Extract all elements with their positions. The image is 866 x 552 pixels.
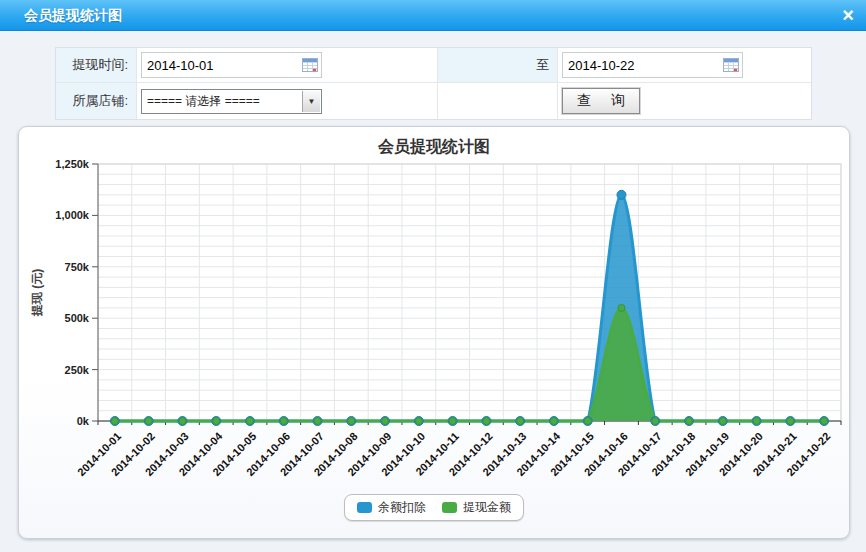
member-withdraw-stats-dialog: 会员提现统计图 × 提现时间: <box>0 0 866 552</box>
legend-item-balance-deduction[interactable]: 余额扣除 <box>357 499 426 516</box>
query-button[interactable]: 查 询 <box>562 88 640 114</box>
shop-select[interactable]: ===== 请选择 ===== ▼ <box>141 89 322 114</box>
svg-text:250k: 250k <box>65 364 90 376</box>
legend-swatch-green <box>442 502 457 513</box>
dialog-titlebar: 会员提现统计图 × <box>0 0 866 31</box>
chart-plot: 0k250k500k750k1,000k1,250k2014-10-012014… <box>19 127 849 538</box>
form-row-shop: 所属店铺: ===== 请选择 ===== ▼ 查 询 <box>56 83 811 119</box>
query-cell: 查 询 <box>557 83 811 119</box>
chevron-down-icon[interactable]: ▼ <box>302 91 320 112</box>
chart-panel: 会员提现统计图 0k250k500k750k1,000k1,250k2014-1… <box>18 126 850 539</box>
legend-item-withdraw-amount[interactable]: 提现金额 <box>442 499 511 516</box>
legend-label: 提现金额 <box>463 499 511 516</box>
legend-swatch-blue <box>357 502 372 513</box>
calendar-icon[interactable] <box>302 58 318 72</box>
end-date-input[interactable] <box>562 52 743 78</box>
shop-select-value: ===== 请选择 ===== <box>147 93 260 110</box>
chart-legend: 余额扣除 提现金额 <box>344 494 524 521</box>
dialog-title: 会员提现统计图 <box>24 7 122 25</box>
end-date-cell <box>557 48 811 82</box>
form-row-dates: 提现时间: 至 <box>56 48 811 83</box>
end-date-wrap <box>562 52 743 78</box>
start-date-wrap <box>141 52 322 78</box>
withdraw-time-label: 提现时间: <box>56 48 136 82</box>
calendar-icon[interactable] <box>723 58 739 72</box>
svg-text:500k: 500k <box>65 312 90 324</box>
close-icon[interactable]: × <box>842 3 854 27</box>
svg-text:1,000k: 1,000k <box>55 209 90 221</box>
svg-text:0k: 0k <box>77 415 90 427</box>
start-date-input[interactable] <box>141 52 322 78</box>
svg-text:1,250k: 1,250k <box>55 158 90 170</box>
empty-cell <box>437 83 557 119</box>
start-date-cell <box>136 48 437 82</box>
shop-select-cell: ===== 请选择 ===== ▼ <box>136 83 437 119</box>
svg-text:提现 (元): 提现 (元) <box>30 269 44 317</box>
svg-text:750k: 750k <box>65 261 90 273</box>
legend-label: 余额扣除 <box>378 499 426 516</box>
filter-form: 提现时间: 至 <box>55 47 812 120</box>
to-label: 至 <box>437 48 557 82</box>
shop-label: 所属店铺: <box>56 83 136 119</box>
